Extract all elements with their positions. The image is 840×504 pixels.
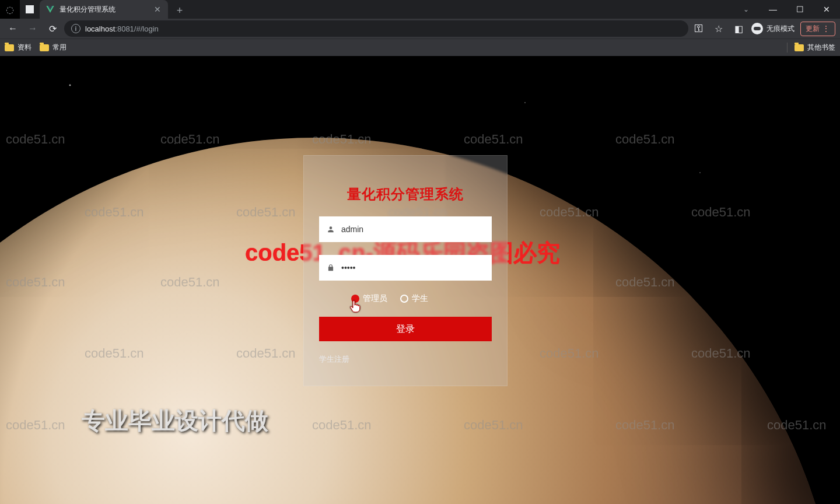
back-button[interactable]: ← xyxy=(5,20,21,37)
extensions-icon[interactable]: ◧ xyxy=(732,22,746,36)
browser-chrome: ◌ 量化积分管理系统 ✕ + ⌄ — ☐ ✕ ← → ⟳ i localhost… xyxy=(0,0,840,56)
student-register-link[interactable]: 学生注册 xyxy=(319,354,492,365)
password-input[interactable] xyxy=(341,263,485,272)
reload-button[interactable]: ⟳ xyxy=(44,20,61,37)
password-field[interactable] xyxy=(319,255,492,281)
update-label: 更新 xyxy=(806,24,820,34)
login-button-label: 登录 xyxy=(396,323,415,335)
username-input[interactable] xyxy=(341,225,485,234)
login-button[interactable]: 登录 xyxy=(319,317,492,341)
other-bookmarks[interactable]: 其他书签 xyxy=(787,43,835,52)
forward-button[interactable]: → xyxy=(24,20,41,37)
incognito-indicator: 无痕模式 xyxy=(751,23,794,34)
bookmarks-bar: 资料 常用 其他书签 xyxy=(0,38,840,56)
toolbar: ← → ⟳ i localhost:8081/#/login ⚿ ☆ ◧ 无痕模… xyxy=(0,19,840,38)
folder-icon xyxy=(794,44,804,51)
maximize-button[interactable]: ☐ xyxy=(786,0,813,19)
close-tab-icon[interactable]: ✕ xyxy=(153,5,162,14)
role-admin-radio[interactable]: 管理员 xyxy=(351,293,387,304)
other-bookmarks-label: 其他书签 xyxy=(807,43,835,52)
new-tab-button[interactable]: + xyxy=(172,2,188,19)
bookmark-item-1[interactable]: 常用 xyxy=(40,43,66,52)
menu-dots-icon[interactable]: ⋮ xyxy=(822,24,830,33)
folder-icon xyxy=(5,44,14,51)
bookmark-star-icon[interactable]: ☆ xyxy=(712,22,726,36)
login-title: 量化积分管理系统 xyxy=(319,185,492,204)
tabs-dropdown-icon[interactable]: ⌄ xyxy=(733,0,760,19)
role-student-label: 学生 xyxy=(412,293,428,304)
minimize-button[interactable]: — xyxy=(760,0,786,19)
folder-icon xyxy=(40,44,49,51)
tab-title: 量化积分管理系统 xyxy=(60,5,148,15)
url-text: localhost:8081/#/login xyxy=(85,24,159,33)
window-controls: ⌄ — ☐ ✕ xyxy=(733,0,840,19)
login-card: 量化积分管理系统 管理员 学生 登录 学生注册 xyxy=(303,155,508,386)
role-radios: 管理员 学生 xyxy=(319,293,492,304)
incognito-label: 无痕模式 xyxy=(766,24,794,34)
incognito-icon xyxy=(751,23,763,34)
tab-placeholder-1[interactable]: ◌ xyxy=(0,0,20,19)
update-button[interactable]: 更新 ⋮ xyxy=(800,22,835,36)
tab-strip: ◌ 量化积分管理系统 ✕ + ⌄ — ☐ ✕ xyxy=(0,0,840,19)
site-info-icon[interactable]: i xyxy=(71,24,80,33)
active-tab[interactable]: 量化积分管理系统 ✕ xyxy=(40,0,168,19)
url-path: :8081/#/login xyxy=(115,24,158,33)
page-viewport: code51.cn code51.cn code51.cn code51.cn … xyxy=(0,56,840,504)
address-bar[interactable]: i localhost:8081/#/login xyxy=(64,20,688,37)
role-student-radio[interactable]: 学生 xyxy=(400,293,428,304)
radio-dot-icon xyxy=(400,295,408,303)
lock-icon xyxy=(326,264,335,272)
vue-favicon-icon xyxy=(46,5,55,14)
user-icon xyxy=(326,225,335,233)
bookmark-label: 资料 xyxy=(18,43,32,52)
username-field[interactable] xyxy=(319,216,492,242)
toolbar-right: ⚿ ☆ ◧ 无痕模式 更新 ⋮ xyxy=(692,22,835,36)
role-admin-label: 管理员 xyxy=(363,293,387,304)
tab-placeholder-2[interactable] xyxy=(20,0,40,19)
close-window-button[interactable]: ✕ xyxy=(813,0,840,19)
password-key-icon[interactable]: ⚿ xyxy=(692,22,706,36)
bookmark-label: 常用 xyxy=(52,43,66,52)
bookmark-item-0[interactable]: 资料 xyxy=(5,43,32,52)
radio-dot-icon xyxy=(351,295,359,303)
url-host: localhost xyxy=(85,24,115,33)
